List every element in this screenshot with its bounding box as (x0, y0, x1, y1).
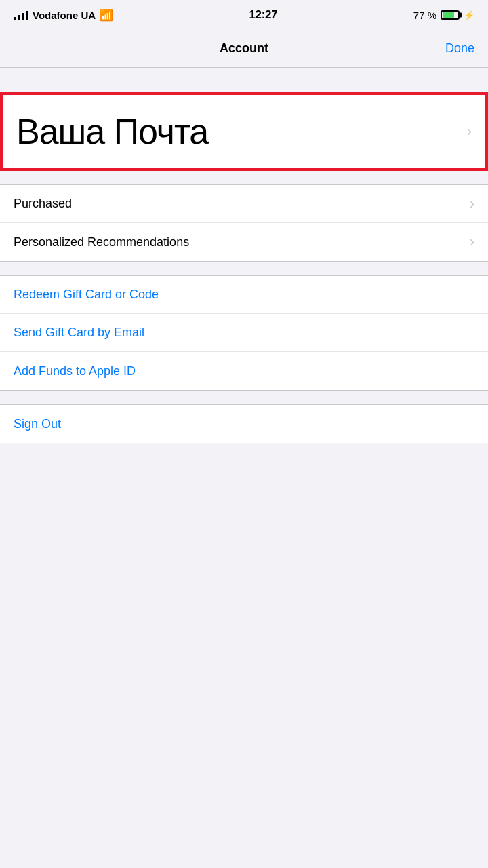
bottom-spacer (0, 443, 488, 715)
sign-out-section: Sign Out (0, 404, 488, 443)
status-bar-left: Vodafone UA 📶 (14, 9, 113, 22)
gift-card-section: Redeem Gift Card or Code Send Gift Card … (0, 275, 488, 391)
add-funds-label: Add Funds to Apple ID (14, 364, 136, 378)
account-email-text: Ваша Почта (16, 111, 208, 152)
done-button[interactable]: Done (445, 41, 474, 56)
add-funds-row[interactable]: Add Funds to Apple ID (0, 352, 488, 390)
chevron-right-icon: › (467, 123, 472, 140)
battery-icon (441, 10, 460, 20)
sign-out-row[interactable]: Sign Out (0, 405, 488, 443)
status-bar-right: 77 % ⚡ (413, 9, 474, 21)
purchased-label: Purchased (14, 197, 72, 211)
mid-spacer-1 (0, 171, 488, 184)
status-bar: Vodafone UA 📶 12:27 77 % ⚡ (0, 0, 488, 30)
sign-out-label: Sign Out (14, 417, 61, 431)
send-gift-card-label: Send Gift Card by Email (14, 326, 144, 340)
redeem-gift-card-label: Redeem Gift Card or Code (14, 288, 159, 302)
account-options-section: Purchased › Personalized Recommendations… (0, 184, 488, 262)
purchased-chevron-icon: › (470, 195, 474, 213)
personalized-chevron-icon: › (470, 233, 474, 251)
send-gift-card-row[interactable]: Send Gift Card by Email (0, 314, 488, 352)
account-email-row[interactable]: Ваша Почта › (0, 92, 488, 171)
nav-title: Account (220, 41, 268, 56)
mid-spacer-2 (0, 262, 488, 275)
top-spacer (0, 68, 488, 92)
personalized-label: Personalized Recommendations (14, 235, 189, 250)
mid-spacer-3 (0, 391, 488, 404)
nav-bar: Account Done (0, 30, 488, 68)
purchased-row[interactable]: Purchased › (0, 185, 488, 223)
battery-percent: 77 % (413, 9, 436, 21)
personalized-recommendations-row[interactable]: Personalized Recommendations › (0, 223, 488, 261)
status-time: 12:27 (249, 8, 277, 22)
signal-bars-icon (14, 11, 28, 20)
carrier-label: Vodafone UA (33, 9, 96, 21)
redeem-gift-card-row[interactable]: Redeem Gift Card or Code (0, 276, 488, 314)
charging-icon: ⚡ (464, 10, 474, 20)
wifi-icon: 📶 (100, 9, 113, 22)
